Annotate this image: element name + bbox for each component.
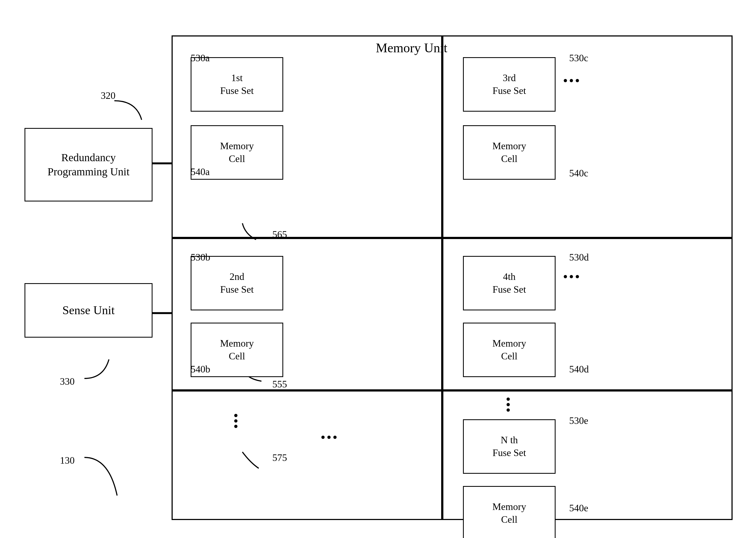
- fuse-set-3: 3rdFuse Set: [463, 57, 556, 112]
- separator-v1: [441, 35, 443, 520]
- redundancy-programming-unit: Redundancy Programming Unit: [25, 128, 152, 201]
- fuse-set-3-label: 3rdFuse Set: [492, 72, 526, 97]
- ref-540a: 540a: [190, 166, 210, 178]
- fuse-set-2: 2ndFuse Set: [190, 256, 283, 310]
- ref-540b: 540b: [190, 363, 210, 375]
- fuse-set-2-label: 2ndFuse Set: [220, 270, 253, 296]
- diagram: Memory Unit Redundancy Programming Unit …: [0, 0, 756, 538]
- ref-540e: 540e: [569, 502, 588, 514]
- sense-label: Sense Unit: [62, 302, 115, 318]
- separator-h1: [172, 237, 732, 239]
- redundancy-label: Redundancy Programming Unit: [47, 150, 129, 179]
- dots-right-top: [564, 79, 579, 82]
- separator-h2: [172, 389, 732, 392]
- fuse-set-1: 1stFuse Set: [190, 57, 283, 112]
- memory-cell-3: MemoryCell: [463, 125, 556, 180]
- fuse-set-1-label: 1stFuse Set: [220, 72, 253, 97]
- memory-cell-5-label: MemoryCell: [492, 501, 526, 526]
- ref-530a: 530a: [190, 52, 210, 64]
- ref-530e: 530e: [569, 415, 588, 426]
- ref-530b: 530b: [190, 251, 210, 263]
- memory-cell-1-label: MemoryCell: [220, 140, 254, 165]
- sense-unit: Sense Unit: [25, 283, 152, 338]
- ref-540c: 540c: [569, 167, 588, 179]
- ref-530d: 530d: [569, 251, 589, 263]
- dots-left-bottom: [234, 414, 238, 428]
- ref-530c: 530c: [569, 52, 588, 64]
- ref-575: 575: [272, 452, 287, 463]
- ref-330: 330: [60, 376, 75, 387]
- fuse-set-n: N thFuse Set: [463, 419, 556, 474]
- ref-130: 130: [60, 455, 75, 466]
- dots-right-cont: [507, 398, 510, 412]
- memory-cell-3-label: MemoryCell: [492, 140, 526, 165]
- fuse-set-n-label: N thFuse Set: [492, 434, 526, 459]
- dots-mid-h: [321, 436, 337, 439]
- fuse-set-4: 4thFuse Set: [463, 256, 556, 310]
- ref-565: 565: [272, 229, 287, 240]
- dots-right-mid: [564, 275, 579, 278]
- memory-cell-4-label: MemoryCell: [492, 337, 526, 363]
- memory-cell-2-label: MemoryCell: [220, 337, 254, 363]
- ref-540d: 540d: [569, 363, 589, 375]
- memory-cell-5: MemoryCell: [463, 486, 556, 538]
- memory-cell-4: MemoryCell: [463, 323, 556, 377]
- fuse-set-4-label: 4thFuse Set: [492, 270, 526, 296]
- ref-320: 320: [101, 90, 116, 101]
- memory-unit-label: Memory Unit: [376, 40, 448, 55]
- ref-555: 555: [272, 378, 287, 390]
